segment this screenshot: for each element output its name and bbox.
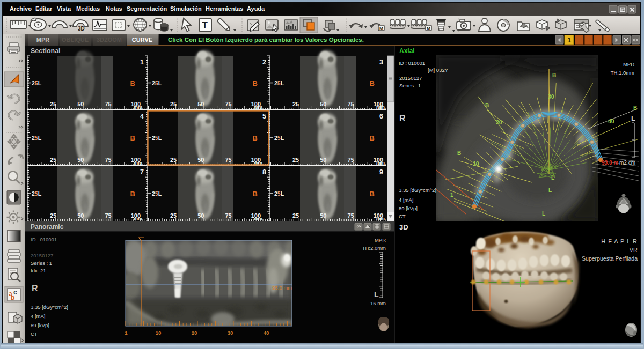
svg-text:25L: 25L [32, 135, 42, 141]
svg-text:10: 10 [473, 160, 479, 167]
svg-text:75: 75 [347, 157, 354, 163]
svg-text:40: 40 [264, 330, 269, 336]
svg-text:[M] 032Y: [M] 032Y [428, 67, 449, 73]
svg-text:L: L [631, 114, 635, 122]
svg-text:Series : 1: Series : 1 [399, 83, 421, 88]
svg-text:B: B [633, 105, 637, 111]
svg-text:Series : 1: Series : 1 [31, 260, 52, 266]
svg-text:25: 25 [50, 157, 56, 163]
svg-text:m2 cm: m2 cm [619, 160, 635, 166]
svg-text:75: 75 [347, 101, 354, 107]
svg-text:8: 8 [262, 168, 266, 176]
svg-text:Superpuesta Perfilada: Superpuesta Perfilada [582, 255, 638, 262]
svg-text:3D: 3D [78, 26, 85, 32]
svg-text:6: 6 [379, 113, 383, 120]
svg-text:50: 50 [197, 157, 204, 163]
svg-text:TH:1.0mm: TH:1.0mm [611, 70, 634, 76]
svg-text:25: 25 [292, 212, 299, 219]
svg-text:7: 7 [140, 168, 144, 176]
svg-text:4 [mA]: 4 [mA] [399, 197, 413, 203]
svg-text:B: B [130, 190, 135, 198]
svg-text:1: 1 [140, 58, 144, 66]
svg-text:TH:2.0mm: TH:2.0mm [362, 245, 386, 251]
svg-text:25: 25 [50, 101, 56, 107]
svg-text:20: 20 [496, 119, 502, 125]
svg-text:75: 75 [347, 212, 354, 219]
svg-text:93.0 m: 93.0 m [602, 160, 618, 166]
svg-text:MPR: MPR [623, 61, 634, 67]
svg-text:50: 50 [320, 101, 326, 107]
svg-text:ID : 010001: ID : 010001 [399, 60, 425, 66]
svg-text:Panoramic: Panoramic [31, 223, 64, 231]
svg-text:75: 75 [105, 157, 111, 163]
svg-text:mm: mm [376, 160, 385, 166]
svg-text:50: 50 [197, 212, 204, 219]
svg-text:Idx: 21: Idx: 21 [31, 268, 46, 274]
svg-text:25L: 25L [152, 80, 162, 86]
svg-text:25: 25 [50, 212, 56, 219]
svg-text:25L: 25L [274, 190, 284, 197]
svg-text:M: M [379, 26, 383, 31]
svg-text:50: 50 [77, 157, 84, 163]
svg-text:mm: mm [134, 105, 142, 110]
svg-text:75: 75 [225, 157, 231, 163]
svg-text:1: 1 [568, 36, 572, 44]
svg-text:20150127: 20150127 [399, 75, 422, 81]
svg-text:R: R [399, 114, 406, 123]
svg-text:mm: mm [134, 160, 142, 166]
svg-text:CT: CT [31, 331, 38, 337]
svg-text:50: 50 [320, 212, 326, 219]
svg-text:50: 50 [197, 101, 204, 107]
svg-text:ID : 010001: ID : 010001 [31, 237, 57, 242]
svg-text:9: 9 [379, 168, 383, 176]
svg-text:25: 25 [170, 212, 177, 219]
svg-text:mm: mm [254, 105, 262, 110]
svg-text:B: B [457, 150, 461, 156]
svg-text:25L: 25L [152, 135, 162, 141]
svg-text:10: 10 [156, 330, 162, 336]
svg-text:4 [mA]: 4 [mA] [31, 313, 45, 319]
svg-text:25L: 25L [274, 80, 284, 86]
svg-text:Axial: Axial [399, 47, 415, 55]
svg-text:mm: mm [376, 105, 385, 110]
svg-text:B: B [370, 79, 375, 87]
svg-text:B: B [485, 102, 489, 108]
svg-text:T: T [202, 20, 208, 31]
svg-text:25: 25 [292, 157, 299, 163]
svg-text:Sectional: Sectional [31, 47, 61, 55]
svg-text:B: B [253, 190, 258, 198]
svg-text:25L: 25L [32, 190, 42, 197]
svg-text:B: B [253, 79, 258, 87]
svg-text:30: 30 [228, 330, 233, 336]
svg-text:3: 3 [379, 58, 383, 66]
svg-text:40: 40 [608, 118, 614, 124]
svg-text:4: 4 [140, 113, 144, 120]
svg-text:M: M [427, 26, 430, 31]
svg-text:3.35 [dGy*cm^2]: 3.35 [dGy*cm^2] [31, 304, 68, 310]
svg-text:75: 75 [225, 212, 231, 219]
svg-text:b: b [11, 294, 14, 301]
svg-text:75: 75 [105, 212, 111, 219]
svg-text:25: 25 [170, 101, 177, 107]
svg-text:B: B [370, 134, 375, 142]
svg-text:75: 75 [105, 101, 111, 107]
svg-text:93.0 mm: 93.0 mm [272, 285, 292, 291]
svg-text:1: 1 [125, 330, 128, 336]
svg-text:25: 25 [170, 157, 177, 163]
svg-text:B: B [552, 72, 556, 78]
svg-text:3.35 [dGy*cm^2]: 3.35 [dGy*cm^2] [399, 187, 436, 193]
svg-text:L: L [374, 290, 379, 299]
svg-text:CT: CT [399, 213, 406, 219]
svg-text:89 [kVp]: 89 [kVp] [31, 322, 49, 328]
svg-text:25: 25 [292, 101, 299, 107]
svg-text:20150127: 20150127 [31, 253, 53, 258]
svg-text:16 mm: 16 mm [370, 300, 386, 306]
svg-text:89 [kVp]: 89 [kVp] [399, 205, 418, 211]
svg-text:VR: VR [630, 247, 638, 253]
svg-text:B: B [253, 134, 258, 142]
svg-text:50: 50 [77, 101, 84, 107]
svg-text:H F A P L R: H F A P L R [601, 238, 638, 245]
svg-text:L: L [551, 175, 554, 181]
svg-text:L: L [542, 211, 545, 217]
svg-text:75: 75 [225, 101, 231, 107]
